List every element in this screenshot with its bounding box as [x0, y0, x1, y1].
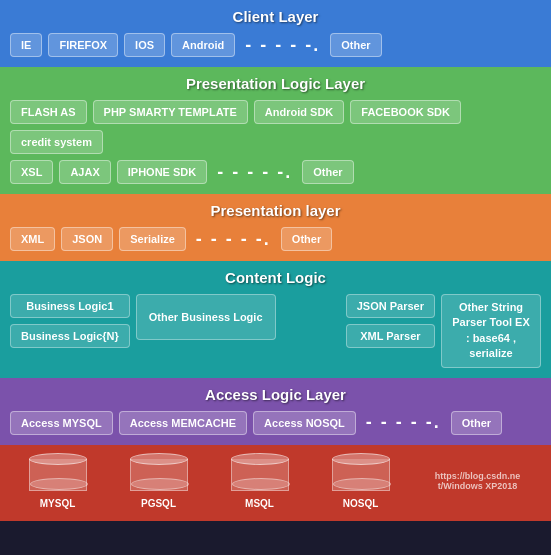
db-top-pgsql — [130, 453, 188, 465]
access-dots: - - - - -. — [362, 412, 445, 433]
chip-xsl: XSL — [10, 160, 53, 184]
db-label-nosql: NOSQL — [343, 498, 379, 509]
chip-creditsystem: credit system — [10, 130, 103, 154]
db-layer: MYSQL PGSQL MSQL — [0, 445, 551, 521]
chip-other-plogic: Other — [302, 160, 353, 184]
chip-other-parser: Other String Parser Tool EX : base64 , s… — [441, 294, 541, 368]
db-top-nosql — [332, 453, 390, 465]
chip-access-nosql: Access NOSQL — [253, 411, 356, 435]
chip-ios: IOS — [124, 33, 165, 57]
plogic-layer: Presentation Logic Layer FLASH AS PHP SM… — [0, 67, 551, 194]
db-bottom-mysql — [30, 478, 88, 490]
chip-xml: XML — [10, 227, 55, 251]
chip-facebooksdk: FACEBOOK SDK — [350, 100, 461, 124]
content-boxes: Business Logic1 Business Logic{N} Other … — [10, 294, 541, 368]
presentation-layer: Presentation layer XML JSON Serialize - … — [0, 194, 551, 261]
access-layer: Access Logic Layer Access MYSQL Access M… — [0, 378, 551, 445]
plogic-row1: FLASH AS PHP SMARTY TEMPLATE Android SDK… — [10, 100, 541, 154]
content-col3 — [282, 294, 340, 368]
db-url: https://blog.csdn.net/Windows XP2018 — [433, 471, 523, 491]
db-label-mysql: MYSQL — [40, 498, 76, 509]
db-label-msql: MSQL — [245, 498, 274, 509]
chip-json-parser: JSON Parser — [346, 294, 435, 318]
access-layer-title: Access Logic Layer — [10, 386, 541, 403]
presentation-layer-title: Presentation layer — [10, 202, 541, 219]
db-nosql: NOSQL — [332, 453, 390, 509]
db-pgsql: PGSQL — [130, 453, 188, 509]
db-cylinder-pgsql — [130, 453, 188, 495]
plogic-dots: - - - - -. — [213, 162, 296, 183]
db-top-msql — [231, 453, 289, 465]
chip-serialize: Serialize — [119, 227, 186, 251]
plogic-row2: XSL AJAX IPHONE SDK - - - - -. Other — [10, 160, 541, 184]
db-cylinder-mysql — [29, 453, 87, 495]
content-col1: Business Logic1 Business Logic{N} — [10, 294, 130, 368]
client-dots: - - - - -. — [241, 35, 324, 56]
db-msql: MSQL — [231, 453, 289, 509]
client-items-row: IE FIREFOX IOS Android - - - - -. Other — [10, 33, 541, 57]
db-cylinder-msql — [231, 453, 289, 495]
chip-other-client: Other — [330, 33, 381, 57]
content-col5: Other String Parser Tool EX : base64 , s… — [441, 294, 541, 368]
db-top-mysql — [29, 453, 87, 465]
chip-json: JSON — [61, 227, 113, 251]
db-cylinder-nosql — [332, 453, 390, 495]
chip-bl1: Business Logic1 — [10, 294, 130, 318]
presentation-dots: - - - - -. — [192, 229, 275, 250]
chip-other-bl: Other Business Logic — [136, 294, 276, 340]
access-items-row: Access MYSQL Access MEMCACHE Access NOSQ… — [10, 411, 541, 435]
chip-firefox: FIREFOX — [48, 33, 118, 57]
content-layer: Content Logic Business Logic1 Business L… — [0, 261, 551, 378]
chip-androidsdk: Android SDK — [254, 100, 344, 124]
chip-phpsmarty: PHP SMARTY TEMPLATE — [93, 100, 248, 124]
plogic-layer-title: Presentation Logic Layer — [10, 75, 541, 92]
content-col2: Other Business Logic — [136, 294, 276, 368]
db-label-pgsql: PGSQL — [141, 498, 176, 509]
client-layer: Client Layer IE FIREFOX IOS Android - - … — [0, 0, 551, 67]
db-url-text: https://blog.csdn.net/Windows XP2018 — [433, 471, 523, 491]
chip-iphonesdk: IPHONE SDK — [117, 160, 207, 184]
chip-android: Android — [171, 33, 235, 57]
chip-ie: IE — [10, 33, 42, 57]
db-bottom-msql — [232, 478, 290, 490]
db-bottom-pgsql — [131, 478, 189, 490]
chip-other-access: Other — [451, 411, 502, 435]
db-bottom-nosql — [333, 478, 391, 490]
db-items-row: MYSQL PGSQL MSQL — [10, 453, 541, 509]
presentation-items-row: XML JSON Serialize - - - - -. Other — [10, 227, 541, 251]
client-layer-title: Client Layer — [10, 8, 541, 25]
chip-other-presentation: Other — [281, 227, 332, 251]
content-col4: JSON Parser XML Parser — [346, 294, 435, 368]
chip-access-mysql: Access MYSQL — [10, 411, 113, 435]
chip-bln: Business Logic{N} — [10, 324, 130, 348]
content-layer-title: Content Logic — [10, 269, 541, 286]
db-mysql: MYSQL — [29, 453, 87, 509]
chip-xml-parser: XML Parser — [346, 324, 435, 348]
chip-ajax: AJAX — [59, 160, 110, 184]
chip-flashas: FLASH AS — [10, 100, 87, 124]
chip-access-memcache: Access MEMCACHE — [119, 411, 247, 435]
